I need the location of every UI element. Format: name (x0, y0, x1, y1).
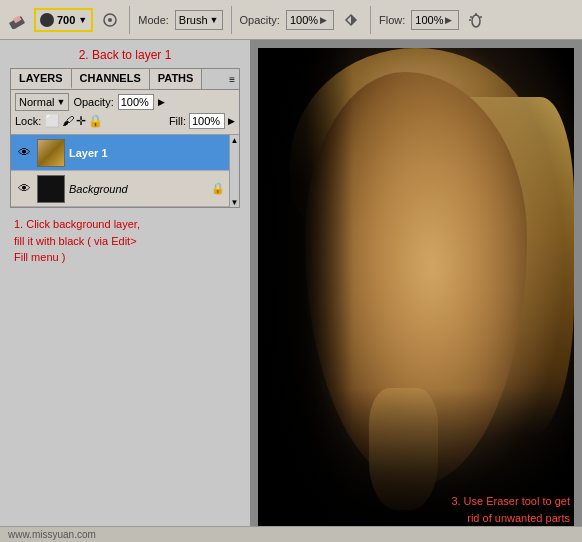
background-visibility-eye[interactable]: 👁 (15, 181, 33, 196)
opacity-input[interactable]: 100% ▶ (286, 10, 334, 30)
bottom-bar: www.missyuan.com (0, 526, 582, 542)
background-layer-name: Background (69, 183, 207, 195)
fill-section: Fill: ▶ (169, 113, 235, 129)
canvas-image (258, 48, 574, 534)
lock-paint-icon[interactable]: 🖌 (62, 114, 74, 128)
svg-point-6 (470, 16, 472, 18)
svg-point-8 (469, 19, 471, 21)
opacity-field[interactable] (118, 94, 154, 110)
layer-1-name: Layer 1 (69, 147, 225, 159)
canvas-area: 3. Use Eraser tool to get rid of unwante… (250, 40, 582, 542)
left-panel: 2. Back to layer 1 LAYERS CHANNELS PATHS… (0, 40, 250, 542)
flow-input[interactable]: 100% ▶ (411, 10, 459, 30)
brush-size-chevron[interactable]: ▼ (78, 15, 87, 25)
lock-move-icon[interactable]: ✛ (76, 114, 86, 128)
layers-panel: LAYERS CHANNELS PATHS ≡ Normal ▼ (10, 68, 240, 208)
layers-inner: 👁 Layer 1 👁 Background 🔒 (11, 135, 229, 207)
mode-dropdown[interactable]: Brush ▼ (175, 10, 223, 30)
fill-field[interactable] (189, 113, 225, 129)
airbrush-icon[interactable] (465, 9, 487, 31)
opacity-arrow[interactable]: ▶ (320, 15, 330, 25)
main-area: 2. Back to layer 1 LAYERS CHANNELS PATHS… (0, 40, 582, 542)
lock-fill-row: Lock: ⬜ 🖌 ✛ 🔒 Fill: ▶ (15, 113, 235, 129)
watermark-text: www.missyuan.com (8, 529, 96, 540)
layer-item[interactable]: 👁 Background 🔒 (11, 171, 229, 207)
layers-list-container: 👁 Layer 1 👁 Background 🔒 (11, 135, 239, 207)
layer-1-thumb-image (38, 140, 64, 166)
scroll-down-arrow[interactable]: ▼ (230, 197, 240, 207)
mode-label: Mode: (138, 14, 169, 26)
brush-preset-icon[interactable] (99, 9, 121, 31)
opacity-section: Opacity: ▶ (73, 94, 164, 110)
background-thumbnail (37, 175, 65, 203)
layer-1-visibility-eye[interactable]: 👁 (15, 145, 33, 160)
opacity-toggle-icon[interactable] (340, 9, 362, 31)
portrait-container (258, 48, 574, 534)
toolbar-separator-3 (370, 6, 371, 34)
svg-point-3 (108, 18, 112, 22)
tab-channels[interactable]: CHANNELS (72, 69, 150, 89)
flow-arrow[interactable]: ▶ (445, 15, 455, 25)
brush-size-box: 700 ▼ (34, 8, 93, 32)
opacity-label: Opacity: (240, 14, 280, 26)
toolbar: 700 ▼ Mode: Brush ▼ Opacity: 100% ▶ Flow… (0, 0, 582, 40)
layers-tabs: LAYERS CHANNELS PATHS ≡ (11, 69, 239, 90)
step-3-label: 3. Use Eraser tool to get rid of unwante… (451, 493, 570, 526)
layer-1-thumbnail (37, 139, 65, 167)
lock-icons: ⬜ 🖌 ✛ 🔒 (45, 114, 103, 128)
step-1-label: 1. Click background layer, fill it with … (0, 208, 250, 270)
step-2-label: 2. Back to layer 1 (0, 40, 250, 68)
lock-transparent-icon[interactable]: ⬜ (45, 114, 60, 128)
tab-paths[interactable]: PATHS (150, 69, 203, 89)
svg-point-4 (472, 15, 480, 27)
fill-arrow-r[interactable]: ▶ (228, 116, 235, 126)
layer-item[interactable]: 👁 Layer 1 (11, 135, 229, 171)
blend-opacity-row: Normal ▼ Opacity: ▶ (15, 93, 235, 111)
blend-mode-dropdown[interactable]: Normal ▼ (15, 93, 69, 111)
svg-point-7 (480, 16, 482, 18)
flow-label: Flow: (379, 14, 405, 26)
eraser-tool-icon[interactable] (6, 9, 28, 31)
panel-actions: ≡ (229, 69, 239, 89)
scroll-up-arrow[interactable]: ▲ (230, 135, 240, 145)
lock-all-icon[interactable]: 🔒 (88, 114, 103, 128)
toolbar-separator-2 (231, 6, 232, 34)
layers-controls: Normal ▼ Opacity: ▶ Lock: ⬜ 🖌 ✛ (11, 90, 239, 135)
brush-dot (40, 13, 54, 27)
mode-chevron: ▼ (210, 15, 219, 25)
opacity-arrow-r[interactable]: ▶ (158, 97, 165, 107)
panel-menu-icon[interactable]: ≡ (229, 74, 235, 85)
layers-scrollbar[interactable]: ▲ ▼ (229, 135, 239, 207)
blend-chevron: ▼ (56, 97, 65, 107)
tab-layers[interactable]: LAYERS (11, 69, 72, 89)
background-lock-icon: 🔒 (211, 182, 225, 195)
toolbar-separator-1 (129, 6, 130, 34)
brush-size-value: 700 (57, 14, 75, 26)
